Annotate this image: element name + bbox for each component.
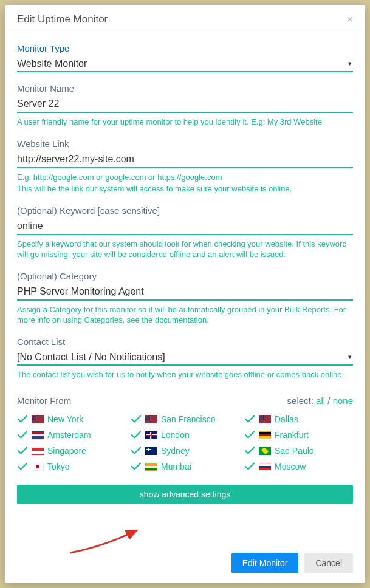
location-new-york[interactable]: New York [17,414,126,424]
location-amsterdam[interactable]: Amsterdam [17,430,126,440]
location-label: London [161,430,190,440]
flag-icon [259,463,271,471]
modal-footer: Edit Monitor Cancel [5,544,365,583]
contact-list-group: Contact List [No Contact List / No Notif… [17,337,353,380]
close-icon[interactable]: × [346,14,353,25]
check-icon [131,446,142,455]
category-input[interactable] [17,284,353,301]
monitor-type-label: Monitor Type [17,43,353,53]
edit-monitor-modal: Edit Uptime Monitor × Monitor Type Websi… [5,5,365,583]
contact-list-label: Contact List [17,337,353,347]
contact-list-select[interactable]: [No Contact List / No Notifications] [17,349,353,366]
location-sydney[interactable]: Sydney [131,446,239,456]
modal-title: Edit Uptime Monitor [17,13,108,26]
monitor-type-select[interactable]: Website Monitor [17,56,353,72]
location-san-francisco[interactable]: San Francisco [131,414,239,424]
keyword-input[interactable] [17,218,353,235]
edit-monitor-button[interactable]: Edit Monitor [231,553,299,573]
category-help: Assign a Category for this monitor so it… [17,304,353,326]
flag-icon [259,415,271,423]
flag-icon [145,415,157,423]
location-label: San Francisco [161,414,215,424]
modal-header: Edit Uptime Monitor × [5,5,365,33]
check-icon [244,431,255,439]
flag-icon [32,463,44,471]
location-label: Sydney [161,446,190,456]
select-all-link[interactable]: all [316,395,325,406]
flag-icon [259,431,271,439]
location-singapore[interactable]: Singapore [17,446,126,456]
check-icon [17,431,28,439]
select-links: select: all / none [287,395,353,406]
location-frankfurt[interactable]: Frankfurt [244,430,353,440]
location-label: Mumbai [161,462,191,471]
check-icon [17,415,28,423]
location-label: Tokyo [47,462,70,471]
locations-grid: New YorkSan FranciscoDallasAmsterdamLond… [17,414,353,471]
flag-icon [32,431,44,439]
check-icon [17,462,28,471]
location-dallas[interactable]: Dallas [244,414,353,424]
select-none-link[interactable]: none [333,395,353,406]
website-link-input[interactable] [17,151,353,168]
website-link-help1: E.g: http://google.com or google.com or … [17,172,353,183]
check-icon [244,415,255,423]
monitor-name-group: Monitor Name A user friendly name for yo… [17,83,353,128]
contact-list-help: The contact list you wish for us to noti… [17,369,353,380]
keyword-label: (Optional) Keyword [case sensitive] [17,205,353,216]
monitor-type-group: Monitor Type Website Monitor [17,43,353,72]
website-link-help2: This will be the link our system will ac… [17,183,353,194]
flag-icon [32,447,44,455]
category-group: (Optional) Category Assign a Category fo… [17,271,353,326]
location-label: Dallas [275,414,298,424]
location-label: Moscow [275,462,306,471]
website-link-group: Website Link E.g: http://google.com or g… [17,138,353,194]
location-label: Frankfurt [275,430,309,440]
monitor-name-help: A user friendly name for your uptime mon… [17,117,353,128]
location-sao-paulo[interactable]: Sao Paulo [244,446,353,456]
flag-icon [145,431,157,439]
monitor-from-label: Monitor From [17,395,71,406]
check-icon [244,462,255,471]
monitor-name-input[interactable] [17,96,353,113]
flag-icon [145,463,157,471]
location-mumbai[interactable]: Mumbai [131,462,239,471]
show-advanced-button[interactable]: show advanced settings [17,485,353,504]
cancel-button[interactable]: Cancel [304,553,353,573]
location-label: Singapore [47,446,86,456]
check-icon [131,415,142,423]
monitor-from-group: Monitor From select: all / none New York… [17,395,353,471]
website-link-label: Website Link [17,138,353,149]
location-label: Sao Paulo [275,446,314,456]
flag-icon [145,447,157,455]
check-icon [17,446,28,455]
monitor-name-label: Monitor Name [17,83,353,94]
location-london[interactable]: London [131,430,239,440]
check-icon [131,462,142,471]
location-label: New York [47,414,83,424]
location-label: Amsterdam [47,430,91,440]
category-label: (Optional) Category [17,271,353,281]
check-icon [244,446,255,455]
location-tokyo[interactable]: Tokyo [17,462,126,471]
location-moscow[interactable]: Moscow [244,462,353,471]
flag-icon [32,415,44,423]
modal-body: Monitor Type Website Monitor Monitor Nam… [5,33,365,544]
keyword-group: (Optional) Keyword [case sensitive] Spec… [17,205,353,260]
flag-icon [259,447,271,455]
keyword-help: Specify a keyword that our system should… [17,239,353,260]
check-icon [131,431,142,439]
